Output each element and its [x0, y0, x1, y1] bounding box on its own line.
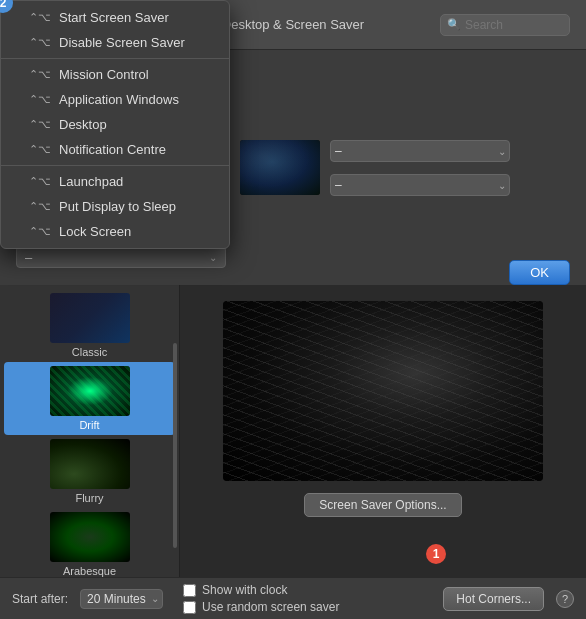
bottom-bar: Start after: 20 Minutes 5 Minutes 10 Min…	[0, 577, 586, 619]
ok-button[interactable]: OK	[509, 260, 570, 285]
menu-item-application-windows[interactable]: ⌃⌥ Application Windows	[1, 87, 229, 112]
shortcut-icon-lock: ⌃⌥	[29, 225, 51, 238]
list-item-classic[interactable]: Classic	[0, 289, 179, 362]
shortcut-icon-desktop: ⌃⌥	[29, 118, 51, 131]
menu-label-launchpad: Launchpad	[59, 174, 123, 189]
window-title: Desktop & Screen Saver	[222, 17, 364, 32]
use-random-row: Use random screen saver	[183, 600, 431, 614]
badge-1: 1	[426, 544, 446, 564]
ss-label-arabesque: Arabesque	[63, 565, 116, 577]
start-after-wrapper[interactable]: 20 Minutes 5 Minutes 10 Minutes 30 Minut…	[80, 589, 163, 609]
menu-label-start-screen-saver: Start Screen Saver	[59, 10, 169, 25]
show-with-clock-row: Show with clock	[183, 583, 431, 597]
menu-item-desktop[interactable]: ⌃⌥ Desktop	[1, 112, 229, 137]
screen-saver-options-button[interactable]: Screen Saver Options...	[304, 493, 461, 517]
dropdown-menu: 2 ⌃⌥ Start Screen Saver ⌃⌥ Disable Scree…	[0, 0, 230, 249]
menu-item-disable-screen-saver[interactable]: ⌃⌥ Disable Screen Saver	[1, 30, 229, 55]
menu-item-launchpad[interactable]: ⌃⌥ Launchpad	[1, 169, 229, 194]
top-right-corner-wrapper[interactable]: –	[330, 174, 510, 196]
ss-label-classic: Classic	[72, 346, 107, 358]
menu-label-notification-centre: Notification Centre	[59, 142, 166, 157]
start-after-select[interactable]: 20 Minutes 5 Minutes 10 Minutes 30 Minut…	[80, 589, 163, 609]
use-random-checkbox[interactable]	[183, 601, 196, 614]
menu-item-mission-control[interactable]: ⌃⌥ Mission Control	[1, 62, 229, 87]
shortcut-icon-start: ⌃⌥	[29, 11, 51, 24]
ss-label-drift: Drift	[79, 419, 99, 431]
second-dropdown-label: –	[25, 250, 32, 265]
shortcut-icon-lp: ⌃⌥	[29, 175, 51, 188]
ok-area: OK	[509, 260, 570, 285]
shortcut-icon-mc: ⌃⌥	[29, 68, 51, 81]
divider-2	[1, 165, 229, 166]
main-panel: Desktop & Screen Saver 🔍 Classic Drift F…	[0, 0, 586, 619]
menu-label-desktop: Desktop	[59, 117, 107, 132]
menu-item-notification-centre[interactable]: ⌃⌥ Notification Centre	[1, 137, 229, 162]
screen-saver-area: Classic Drift Flurry Arabesque Screen Sa…	[0, 285, 586, 577]
start-after-label: Start after:	[12, 592, 68, 606]
search-icon: 🔍	[447, 18, 461, 31]
list-item-arabesque[interactable]: Arabesque	[0, 508, 179, 577]
thumb-classic	[50, 293, 130, 343]
menu-label-lock-screen: Lock Screen	[59, 224, 131, 239]
hot-corners-thumbnail	[240, 140, 320, 195]
checkboxes-area: Show with clock Use random screen saver	[183, 583, 431, 614]
screen-saver-list: Classic Drift Flurry Arabesque	[0, 285, 180, 577]
shortcut-icon-aw: ⌃⌥	[29, 93, 51, 106]
use-random-label: Use random screen saver	[202, 600, 339, 614]
earth-graphic	[240, 140, 320, 195]
top-left-corner-wrapper[interactable]: –	[330, 140, 510, 162]
menu-item-start-screen-saver[interactable]: ⌃⌥ Start Screen Saver	[1, 5, 229, 30]
menu-item-lock-screen[interactable]: ⌃⌥ Lock Screen	[1, 219, 229, 244]
show-with-clock-label: Show with clock	[202, 583, 287, 597]
shortcut-icon-nc: ⌃⌥	[29, 143, 51, 156]
show-with-clock-checkbox[interactable]	[183, 584, 196, 597]
menu-label-disable-screen-saver: Disable Screen Saver	[59, 35, 185, 50]
shortcut-icon-sleep: ⌃⌥	[29, 200, 51, 213]
thumb-drift	[50, 366, 130, 416]
screen-saver-preview: Screen Saver Options...	[180, 285, 586, 577]
search-input[interactable]	[465, 18, 563, 32]
second-dropdown[interactable]: – ⌄	[16, 246, 226, 268]
menu-label-mission-control: Mission Control	[59, 67, 149, 82]
corners-dropdowns: – –	[330, 140, 510, 196]
help-button[interactable]: ?	[556, 590, 574, 608]
top-right-corner-select[interactable]: –	[330, 174, 510, 196]
menu-label-put-display-to-sleep: Put Display to Sleep	[59, 199, 176, 214]
preview-image	[223, 301, 543, 481]
shortcut-icon-disable: ⌃⌥	[29, 36, 51, 49]
thumb-flurry	[50, 439, 130, 489]
preview-feather-graphic	[223, 301, 543, 481]
menu-label-application-windows: Application Windows	[59, 92, 179, 107]
menu-item-put-display-to-sleep[interactable]: ⌃⌥ Put Display to Sleep	[1, 194, 229, 219]
ss-label-flurry: Flurry	[75, 492, 103, 504]
hot-corners-button[interactable]: Hot Corners...	[443, 587, 544, 611]
divider-1	[1, 58, 229, 59]
list-item-flurry[interactable]: Flurry	[0, 435, 179, 508]
thumb-arabesque	[50, 512, 130, 562]
second-dropdown-arrow: ⌄	[209, 252, 217, 263]
search-box[interactable]: 🔍	[440, 14, 570, 36]
list-item-drift[interactable]: Drift	[4, 362, 175, 435]
scroll-bar[interactable]	[173, 343, 177, 547]
top-left-corner-select[interactable]: –	[330, 140, 510, 162]
